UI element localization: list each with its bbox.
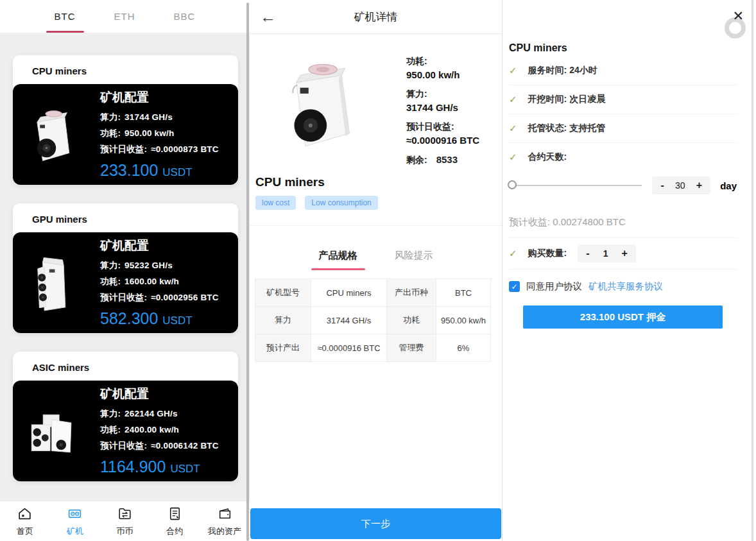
spec-table: 矿机型号 CPU miners 产出币种 BTC 算力 31744 GH/s 功… <box>255 279 492 362</box>
income-row: 预计日收益:≈0.0006142 BTC <box>100 440 234 452</box>
service-time-row: ✓ 服务时间: 24小时 <box>509 56 737 85</box>
back-arrow-icon[interactable]: ← <box>260 9 276 25</box>
days-slider[interactable] <box>509 185 642 186</box>
section-divider <box>250 225 502 226</box>
contract-days-label: 合约天数: <box>528 151 567 163</box>
purchase-panel: ✕ CPU miners ✓ 服务时间: 24小时 ✓ 开挖时间: 次日凌晨 ✓… <box>503 0 756 541</box>
miner-icon <box>67 506 83 524</box>
close-icon[interactable]: ✕ <box>732 9 744 22</box>
tab-risk-notice[interactable]: 风险提示 <box>387 250 441 270</box>
exchange-icon <box>117 506 133 524</box>
detail-title: 矿机详情 <box>250 10 502 24</box>
nav-exchange[interactable]: 币币 <box>100 501 150 541</box>
remaining-stock: 剩余:8533 <box>406 154 479 166</box>
item-text: 托管状态: 支持托管 <box>528 123 606 134</box>
days-value: 30 <box>674 180 686 191</box>
miner-card-gpu[interactable]: GPU miners <box>13 203 238 333</box>
next-step-button[interactable]: 下一步 <box>250 508 501 539</box>
nav-label: 首页 <box>17 526 33 537</box>
days-stepper: - 30 + <box>652 176 710 194</box>
detail-header: ← 矿机详情 <box>250 0 502 34</box>
agreement-link[interactable]: 矿机共享服务协议 <box>588 280 663 293</box>
miner-config-info: 矿机配置 算力:262144 GH/s 功耗:2400.00 kw/h 预计日收… <box>83 386 234 476</box>
table-label: 矿机型号 <box>255 279 311 307</box>
detail-tabs: 产品规格 风险提示 <box>250 250 502 270</box>
tab-bbc[interactable]: BBC <box>166 0 204 33</box>
miner-config-box: 矿机配置 算力:95232 GH/s 功耗:1600.00 kw/h 预计日收益… <box>13 232 238 333</box>
item-text: 服务时间: 24小时 <box>528 65 597 76</box>
check-icon: ✓ <box>509 94 517 105</box>
deposit-button[interactable]: 233.100 USDT 押金 <box>523 305 723 329</box>
power-row: 功耗:1600.00 kw/h <box>100 276 234 288</box>
hosting-status-row: ✓ 托管状态: 支持托管 <box>509 114 737 143</box>
spec-hashrate: 算力: 31744 GH/s <box>406 89 479 113</box>
table-label: 管理费 <box>387 334 436 362</box>
product-miner-image <box>271 52 369 153</box>
mining-app: BTC ETH BBC CPU miners <box>0 0 756 541</box>
agreement-row: ✓ 同意用户协议 矿机共享服务协议 <box>509 270 737 293</box>
miner-config-info: 矿机配置 算力:95232 GH/s 功耗:1600.00 kw/h 预计日收益… <box>83 237 234 328</box>
check-icon: ✓ <box>509 248 517 259</box>
price: 1164.900 USDT <box>100 458 234 476</box>
table-value: 31744 GH/s <box>311 307 387 334</box>
hashrate-row: 算力:31744 GH/s <box>100 112 234 123</box>
wallet-icon <box>217 506 233 524</box>
product-specs: 功耗: 950.00 kw/h 算力: 31744 GH/s 预计日收益: ≈0… <box>406 52 479 166</box>
miner-card-name: ASIC miners <box>13 352 238 381</box>
contract-days-row: ✓ 合约天数: <box>509 143 737 171</box>
contract-days-slider-row: - 30 + day <box>509 171 737 207</box>
check-icon: ✓ <box>509 123 517 134</box>
nav-miner[interactable]: 矿机 <box>50 501 100 541</box>
days-unit-label: day <box>720 180 737 191</box>
table-value: CPU miners <box>311 279 387 307</box>
nav-label: 矿机 <box>67 526 83 537</box>
tag-low-consumption: Low consumption <box>305 196 377 210</box>
hashrate-row: 算力:95232 GH/s <box>100 260 234 271</box>
left-panel-scrollbar[interactable] <box>246 3 249 541</box>
config-title: 矿机配置 <box>100 386 234 402</box>
days-minus-button[interactable]: - <box>660 180 664 191</box>
miner-card-list: CPU miners 矿机配置 <box>0 33 250 501</box>
product-section: 功耗: 950.00 kw/h 算力: 31744 GH/s 预计日收益: ≈0… <box>250 34 502 169</box>
agreement-label: 同意用户协议 <box>526 280 582 293</box>
purchase-title: CPU miners <box>509 0 737 56</box>
item-text: 开挖时间: 次日凌晨 <box>528 94 606 105</box>
table-label: 预计产出 <box>255 334 311 362</box>
table-value: 950.00 kw/h <box>436 307 491 334</box>
power-row: 功耗:950.00 kw/h <box>100 128 234 139</box>
nav-home[interactable]: 首页 <box>0 501 50 541</box>
product-name: CPU miners <box>250 169 502 196</box>
table-value: 6% <box>436 334 491 362</box>
agreement-checkbox[interactable]: ✓ <box>509 281 520 292</box>
miner-card-asic[interactable]: ASIC miners <box>13 352 238 481</box>
gpu-miner-image <box>22 243 83 323</box>
quantity-plus-button[interactable]: + <box>622 248 628 259</box>
config-title: 矿机配置 <box>100 89 234 106</box>
right-panel-scrollbar[interactable] <box>752 0 753 541</box>
quantity-value: 1 <box>600 248 612 259</box>
hashrate-row: 算力:262144 GH/s <box>100 408 234 420</box>
cpu-miner-image <box>22 94 83 175</box>
table-label: 功耗 <box>387 307 436 334</box>
tab-btc[interactable]: BTC <box>46 0 84 33</box>
contract-icon <box>167 506 183 524</box>
check-icon: ✓ <box>509 151 517 163</box>
coin-tabbar: BTC ETH BBC <box>0 0 250 33</box>
tab-product-spec[interactable]: 产品规格 <box>311 250 365 270</box>
miner-config-box: 矿机配置 算力:31744 GH/s 功耗:950.00 kw/h 预计日收益:… <box>13 84 238 185</box>
quantity-label: 购买数量: <box>528 248 567 259</box>
nav-contract[interactable]: 合约 <box>150 501 200 541</box>
table-label: 产出币种 <box>387 279 436 307</box>
days-plus-button[interactable]: + <box>696 180 702 191</box>
tab-eth[interactable]: ETH <box>106 0 144 33</box>
miner-card-cpu[interactable]: CPU miners 矿机配置 <box>13 55 238 185</box>
nav-label: 币币 <box>116 526 133 537</box>
config-title: 矿机配置 <box>100 237 234 254</box>
quantity-minus-button[interactable]: - <box>586 248 589 259</box>
slider-handle[interactable] <box>508 180 517 189</box>
income-row: 预计日收益:≈0.0002956 BTC <box>100 292 234 304</box>
miner-card-name: CPU miners <box>13 55 238 84</box>
estimated-income-row: 预计收益: 0.00274800 BTC <box>509 207 737 238</box>
quantity-stepper: - 1 + <box>578 245 636 262</box>
nav-assets[interactable]: 我的资产 <box>200 501 250 541</box>
